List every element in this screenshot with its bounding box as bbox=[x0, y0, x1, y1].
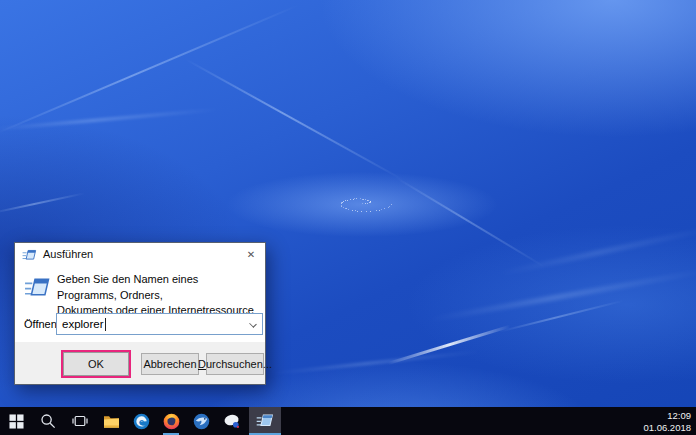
particle-dot bbox=[389, 206, 390, 207]
thunderbird-icon bbox=[193, 413, 210, 430]
task-view-icon bbox=[72, 413, 88, 429]
particle-dot bbox=[357, 211, 358, 212]
particle-dot bbox=[341, 206, 342, 207]
wallpaper-light-streak bbox=[394, 176, 545, 268]
particle-dot bbox=[348, 209, 349, 210]
particle-dot bbox=[353, 199, 354, 200]
edge-icon: e bbox=[133, 413, 150, 430]
ok-button[interactable]: OK bbox=[63, 352, 129, 376]
wallpaper-light-streak bbox=[272, 350, 481, 375]
search-icon bbox=[40, 413, 56, 429]
particle-dot bbox=[345, 200, 346, 201]
particle-dot bbox=[341, 205, 342, 206]
thunderbird-button[interactable] bbox=[187, 407, 215, 435]
open-input-value: explorer bbox=[62, 318, 104, 330]
text-caret bbox=[105, 318, 106, 331]
firefox-icon bbox=[163, 413, 180, 430]
particle-dot bbox=[345, 208, 346, 209]
particle-dot bbox=[354, 198, 355, 199]
particle-dot bbox=[384, 208, 385, 209]
wallpaper-light-streak bbox=[498, 225, 696, 276]
particle-dot bbox=[346, 208, 347, 209]
search-button[interactable] bbox=[34, 407, 62, 435]
particle-dot bbox=[360, 198, 361, 199]
run-message-icon bbox=[24, 273, 51, 300]
start-button[interactable] bbox=[2, 407, 30, 435]
svg-text:e: e bbox=[138, 415, 143, 426]
run-icon bbox=[22, 247, 37, 262]
particle-dot bbox=[363, 199, 364, 200]
file-explorer-button[interactable] bbox=[97, 407, 125, 435]
particle-dot bbox=[379, 210, 380, 211]
particle-dot bbox=[367, 203, 368, 204]
particle-dot bbox=[366, 211, 367, 212]
particle-dot bbox=[362, 203, 363, 204]
pinned-app-icon bbox=[223, 413, 241, 429]
browse-mnemonic: D bbox=[198, 358, 206, 370]
particle-dot bbox=[343, 207, 344, 208]
particle-dot bbox=[355, 210, 356, 211]
particle-dot bbox=[362, 199, 363, 200]
particle-dot bbox=[370, 201, 371, 202]
cancel-button[interactable]: Abbrechen bbox=[141, 353, 199, 375]
particle-dot bbox=[347, 200, 348, 201]
particle-dot bbox=[341, 203, 342, 204]
ok-highlight-annotation: OK bbox=[61, 350, 131, 378]
wallpaper-light-streak bbox=[428, 269, 696, 322]
clock-time: 12:09 bbox=[643, 410, 691, 422]
wallpaper-light-streak bbox=[498, 300, 625, 333]
dialog-titlebar[interactable]: Ausführen bbox=[15, 243, 265, 265]
firefox-button[interactable] bbox=[157, 407, 185, 435]
close-icon: ✕ bbox=[247, 249, 255, 260]
file-explorer-icon bbox=[103, 414, 120, 429]
particle-dot bbox=[370, 211, 371, 212]
particle-dot bbox=[361, 211, 362, 212]
open-label: Öffnen: bbox=[24, 318, 60, 330]
particle-dot bbox=[356, 198, 357, 199]
particle-dot bbox=[365, 203, 366, 204]
wallpaper-light-streak bbox=[0, 4, 299, 135]
particle-dot bbox=[341, 202, 342, 203]
clock-date: 01.06.2018 bbox=[643, 421, 691, 433]
particle-dot bbox=[368, 200, 369, 201]
run-dialog-window: Ausführen ✕ Geben Sie den Namen eines Pr… bbox=[14, 242, 266, 385]
run-dialog-taskbar-button[interactable] bbox=[249, 407, 281, 435]
particle-dot bbox=[343, 201, 344, 202]
particle-dot bbox=[381, 209, 382, 210]
particle-dot bbox=[391, 204, 392, 205]
taskbar: e bbox=[0, 407, 696, 435]
particle-dot bbox=[342, 202, 343, 203]
particle-dot bbox=[388, 207, 389, 208]
edge-browser-button[interactable]: e bbox=[127, 407, 155, 435]
windows-logo-icon bbox=[9, 414, 24, 429]
dialog-title: Ausführen bbox=[43, 248, 93, 260]
particle-dot bbox=[370, 202, 371, 203]
particle-dot bbox=[350, 199, 351, 200]
pinned-app-button[interactable] bbox=[218, 407, 246, 435]
wallpaper-light-streak bbox=[0, 108, 219, 131]
open-combobox[interactable]: explorer bbox=[56, 313, 263, 335]
wallpaper-light-streak bbox=[0, 192, 85, 214]
particle-dot bbox=[365, 199, 366, 200]
task-view-button[interactable] bbox=[66, 407, 94, 435]
particle-dot bbox=[352, 210, 353, 211]
particle-dot bbox=[376, 210, 377, 211]
browse-label-rest: urchsuchen... bbox=[206, 358, 272, 370]
run-taskbar-icon bbox=[256, 411, 274, 429]
browse-button[interactable]: Durchsuchen... bbox=[206, 353, 264, 375]
wallpaper-light-streak bbox=[185, 58, 405, 181]
wallpaper-light-streak bbox=[388, 325, 511, 365]
particle-dot bbox=[369, 202, 370, 203]
particle-dot bbox=[370, 201, 371, 202]
particle-dot bbox=[367, 200, 368, 201]
dialog-message-line1: Geben Sie den Namen eines Programms, Ord… bbox=[57, 272, 259, 303]
close-button[interactable]: ✕ bbox=[237, 243, 265, 265]
chevron-down-icon[interactable] bbox=[249, 320, 257, 328]
taskbar-clock[interactable]: 12:09 01.06.2018 bbox=[643, 410, 691, 433]
